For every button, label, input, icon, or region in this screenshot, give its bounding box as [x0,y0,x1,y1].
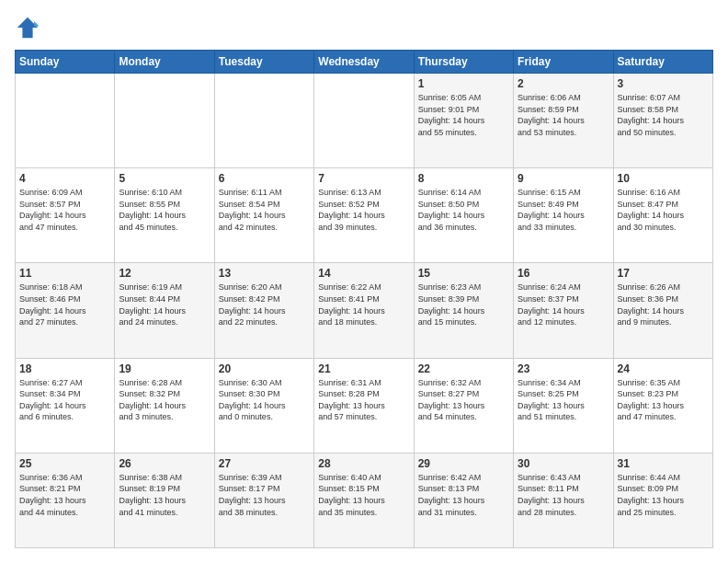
day-number: 11 [19,267,110,280]
day-number: 18 [19,362,110,375]
weekday-header-monday: Monday [115,51,214,74]
day-cell: 10Sunrise: 6:16 AM Sunset: 8:47 PM Dayli… [613,168,712,263]
day-cell: 28Sunrise: 6:40 AM Sunset: 8:15 PM Dayli… [314,453,414,547]
day-info: Sunrise: 6:35 AM Sunset: 8:23 PM Dayligh… [618,377,709,423]
day-number: 14 [318,267,409,280]
day-info: Sunrise: 6:44 AM Sunset: 8:09 PM Dayligh… [618,472,709,518]
day-number: 7 [318,172,409,185]
day-cell: 31Sunrise: 6:44 AM Sunset: 8:09 PM Dayli… [613,453,712,547]
day-number: 21 [318,362,409,375]
day-cell: 23Sunrise: 6:34 AM Sunset: 8:25 PM Dayli… [514,358,613,453]
weekday-header-thursday: Thursday [414,51,513,74]
day-info: Sunrise: 6:42 AM Sunset: 8:13 PM Dayligh… [418,472,509,518]
day-info: Sunrise: 6:11 AM Sunset: 8:54 PM Dayligh… [219,187,310,233]
day-info: Sunrise: 6:28 AM Sunset: 8:32 PM Dayligh… [119,377,210,423]
calendar-table: SundayMondayTuesdayWednesdayThursdayFrid… [15,50,713,548]
day-info: Sunrise: 6:43 AM Sunset: 8:11 PM Dayligh… [518,472,609,518]
day-number: 10 [618,172,709,185]
day-info: Sunrise: 6:07 AM Sunset: 8:58 PM Dayligh… [618,92,709,138]
page: SundayMondayTuesdayWednesdayThursdayFrid… [0,0,728,563]
day-number: 28 [318,457,409,470]
day-cell: 19Sunrise: 6:28 AM Sunset: 8:32 PM Dayli… [115,358,214,453]
day-info: Sunrise: 6:22 AM Sunset: 8:41 PM Dayligh… [318,282,409,327]
day-info: Sunrise: 6:10 AM Sunset: 8:55 PM Dayligh… [119,187,210,233]
weekday-header-tuesday: Tuesday [214,51,313,74]
day-info: Sunrise: 6:24 AM Sunset: 8:37 PM Dayligh… [518,282,609,327]
weekday-header-friday: Friday [514,51,613,74]
day-number: 3 [618,77,709,90]
day-info: Sunrise: 6:15 AM Sunset: 8:49 PM Dayligh… [518,187,609,233]
day-cell: 27Sunrise: 6:39 AM Sunset: 8:17 PM Dayli… [214,453,313,547]
day-cell: 22Sunrise: 6:32 AM Sunset: 8:27 PM Dayli… [414,358,513,453]
day-info: Sunrise: 6:09 AM Sunset: 8:57 PM Dayligh… [19,187,110,233]
day-cell: 29Sunrise: 6:42 AM Sunset: 8:13 PM Dayli… [414,453,513,547]
day-cell [314,74,414,168]
day-cell: 24Sunrise: 6:35 AM Sunset: 8:23 PM Dayli… [613,358,712,453]
day-cell: 9Sunrise: 6:15 AM Sunset: 8:49 PM Daylig… [514,168,613,263]
day-cell: 15Sunrise: 6:23 AM Sunset: 8:39 PM Dayli… [414,263,513,358]
day-info: Sunrise: 6:05 AM Sunset: 9:01 PM Dayligh… [418,92,509,138]
day-number: 16 [518,267,609,280]
week-row-2: 4Sunrise: 6:09 AM Sunset: 8:57 PM Daylig… [16,168,713,263]
day-info: Sunrise: 6:40 AM Sunset: 8:15 PM Dayligh… [318,472,409,518]
day-number: 17 [618,267,709,280]
day-number: 2 [518,77,609,90]
day-number: 23 [518,362,609,375]
day-cell: 20Sunrise: 6:30 AM Sunset: 8:30 PM Dayli… [214,358,313,453]
day-cell: 2Sunrise: 6:06 AM Sunset: 8:59 PM Daylig… [514,74,613,168]
day-cell: 16Sunrise: 6:24 AM Sunset: 8:37 PM Dayli… [514,263,613,358]
day-number: 19 [119,362,210,375]
day-cell [115,74,214,168]
day-number: 22 [418,362,509,375]
day-info: Sunrise: 6:26 AM Sunset: 8:36 PM Dayligh… [618,282,709,327]
day-cell: 18Sunrise: 6:27 AM Sunset: 8:34 PM Dayli… [16,358,115,453]
day-info: Sunrise: 6:32 AM Sunset: 8:27 PM Dayligh… [418,377,509,423]
day-cell: 7Sunrise: 6:13 AM Sunset: 8:52 PM Daylig… [314,168,414,263]
day-number: 20 [219,362,310,375]
day-cell: 13Sunrise: 6:20 AM Sunset: 8:42 PM Dayli… [214,263,313,358]
day-cell: 14Sunrise: 6:22 AM Sunset: 8:41 PM Dayli… [314,263,414,358]
day-number: 12 [119,267,210,280]
day-number: 30 [518,457,609,470]
day-info: Sunrise: 6:36 AM Sunset: 8:21 PM Dayligh… [19,472,110,518]
day-number: 5 [119,172,210,185]
day-info: Sunrise: 6:27 AM Sunset: 8:34 PM Dayligh… [19,377,110,423]
day-info: Sunrise: 6:38 AM Sunset: 8:19 PM Dayligh… [119,472,210,518]
day-info: Sunrise: 6:34 AM Sunset: 8:25 PM Dayligh… [518,377,609,423]
day-info: Sunrise: 6:30 AM Sunset: 8:30 PM Dayligh… [219,377,310,423]
day-cell: 3Sunrise: 6:07 AM Sunset: 8:58 PM Daylig… [613,74,712,168]
day-info: Sunrise: 6:14 AM Sunset: 8:50 PM Dayligh… [418,187,509,233]
day-cell: 4Sunrise: 6:09 AM Sunset: 8:57 PM Daylig… [16,168,115,263]
day-cell: 26Sunrise: 6:38 AM Sunset: 8:19 PM Dayli… [115,453,214,547]
day-number: 15 [418,267,509,280]
day-info: Sunrise: 6:31 AM Sunset: 8:28 PM Dayligh… [318,377,409,423]
day-number: 6 [219,172,310,185]
week-row-3: 11Sunrise: 6:18 AM Sunset: 8:46 PM Dayli… [16,263,713,358]
header [15,15,713,40]
day-number: 13 [219,267,310,280]
day-number: 9 [518,172,609,185]
logo [15,15,44,40]
day-number: 27 [219,457,310,470]
weekday-header-saturday: Saturday [613,51,712,74]
day-info: Sunrise: 6:23 AM Sunset: 8:39 PM Dayligh… [418,282,509,327]
day-number: 4 [19,172,110,185]
weekday-header-wednesday: Wednesday [314,51,414,74]
day-cell: 12Sunrise: 6:19 AM Sunset: 8:44 PM Dayli… [115,263,214,358]
day-info: Sunrise: 6:13 AM Sunset: 8:52 PM Dayligh… [318,187,409,233]
weekday-header-sunday: Sunday [16,51,115,74]
day-cell: 30Sunrise: 6:43 AM Sunset: 8:11 PM Dayli… [514,453,613,547]
day-number: 1 [418,77,509,90]
day-cell: 25Sunrise: 6:36 AM Sunset: 8:21 PM Dayli… [16,453,115,547]
day-number: 29 [418,457,509,470]
day-cell: 11Sunrise: 6:18 AM Sunset: 8:46 PM Dayli… [16,263,115,358]
day-info: Sunrise: 6:06 AM Sunset: 8:59 PM Dayligh… [518,92,609,138]
day-cell: 5Sunrise: 6:10 AM Sunset: 8:55 PM Daylig… [115,168,214,263]
week-row-4: 18Sunrise: 6:27 AM Sunset: 8:34 PM Dayli… [16,358,713,453]
svg-marker-0 [17,17,38,38]
calendar-header-row: SundayMondayTuesdayWednesdayThursdayFrid… [16,51,713,74]
day-cell [16,74,115,168]
day-info: Sunrise: 6:39 AM Sunset: 8:17 PM Dayligh… [219,472,310,518]
day-info: Sunrise: 6:20 AM Sunset: 8:42 PM Dayligh… [219,282,310,327]
day-info: Sunrise: 6:19 AM Sunset: 8:44 PM Dayligh… [119,282,210,327]
